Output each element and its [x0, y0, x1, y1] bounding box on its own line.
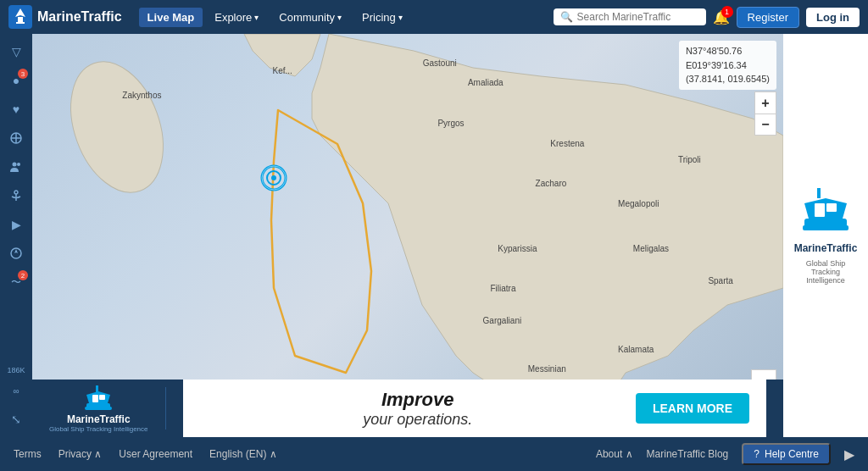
filter-icon[interactable]: ▽ [3, 39, 29, 64]
label-tripoli: Tripoli [678, 155, 701, 164]
layers-icon[interactable] [3, 125, 29, 151]
nav-links: Live Map Explore ▾ Community ▾ Pricing ▾ [139, 8, 554, 27]
anchor-icon[interactable] [3, 183, 29, 208]
help-icon: ? [754, 448, 760, 460]
brand-title: MarineTraffic [794, 242, 858, 254]
label-meligalas: Meligalas [633, 244, 669, 253]
zoom-in-button[interactable]: + [754, 91, 776, 114]
help-label: Help Centre [765, 448, 819, 460]
banner-content: Improve your operations. LEARN MORE [183, 380, 766, 437]
svg-rect-22 [815, 203, 825, 217]
coord-decimal: (37.8141, 019.6545) [686, 72, 770, 86]
label-amaliada: Amaliada [468, 78, 504, 87]
footer-privacy[interactable]: Privacy ∧ [58, 448, 103, 460]
explore-arrow: ▾ [254, 13, 259, 22]
label-zakynthos: Zakynthos [122, 91, 161, 100]
footer-user-agreement[interactable]: User Agreement [119, 448, 192, 460]
search-icon: 🔍 [560, 11, 573, 23]
map-background: Gastouni Zakynthos Amaliada Pyrgos Krest… [32, 34, 783, 437]
label-gargaliani: Gargaliani [483, 316, 522, 325]
svg-point-7 [17, 163, 20, 166]
footer-language[interactable]: English (EN) ∧ [209, 448, 277, 460]
zoom-controls: + − [754, 91, 776, 136]
svg-rect-28 [99, 395, 105, 400]
expand-icon[interactable]: ⤡ [3, 407, 29, 432]
notification-badge: 1 [721, 6, 733, 18]
banner-logo: MarineTraffic Global Ship Tracking Intel… [49, 385, 148, 433]
svg-rect-24 [96, 385, 98, 392]
register-button[interactable]: Register [737, 7, 799, 28]
svg-rect-27 [92, 395, 98, 402]
zoom-out-button[interactable]: − [754, 114, 776, 136]
map-container[interactable]: Gastouni Zakynthos Amaliada Pyrgos Krest… [32, 34, 783, 437]
status-badge: 3 [18, 69, 28, 79]
coordinates-box: N37°48'50.76 E019°39'16.34 (37.8141, 019… [679, 41, 776, 90]
notifications-button[interactable]: 🔔 1 [713, 9, 730, 25]
nav-explore[interactable]: Explore ▾ [206, 8, 267, 27]
svg-point-8 [14, 191, 18, 194]
navbar-right: 🔍 🔔 1 Register Log in [554, 7, 860, 28]
svg-rect-23 [826, 203, 837, 212]
label-kyparissia: Kyparissia [498, 244, 537, 253]
community-arrow: ▾ [337, 13, 342, 22]
footer-terms[interactable]: Terms [14, 448, 42, 460]
label-megalopoli: Megalopoli [618, 199, 659, 208]
banner: MarineTraffic Global Ship Tracking Intel… [32, 380, 783, 437]
learn-more-button[interactable]: LEARN MORE [636, 393, 749, 424]
right-panel: MarineTraffic Global Ship Tracking Intel… [783, 34, 868, 437]
footer-help-button[interactable]: ? Help Centre [742, 443, 831, 465]
logo-text: MarineTraffic [37, 9, 122, 25]
label-messinian: Messinian [528, 364, 566, 374]
zoom-icon[interactable]: ∞ [3, 378, 29, 403]
footer-about[interactable]: About ∧ [596, 448, 633, 460]
svg-rect-2 [16, 22, 25, 24]
label-gastouni: Gastouni [423, 58, 457, 68]
brand-subtitle: Global Ship Tracking Intelligence [792, 259, 860, 285]
compass-icon[interactable] [3, 241, 29, 266]
label-filiatra: Filiatra [490, 284, 515, 293]
coord-lon: E019°39'16.34 [686, 58, 770, 73]
track-badge: 2 [18, 270, 28, 280]
nav-live-map[interactable]: Live Map [139, 8, 203, 27]
brand-ship-icon [796, 186, 855, 237]
track-history-icon[interactable]: 〜 2 [3, 269, 29, 295]
navbar: MarineTraffic Live Map Explore ▾ Communi… [0, 0, 868, 34]
status-icon[interactable]: ● 3 [3, 68, 29, 93]
banner-logo-text: MarineTraffic [67, 413, 131, 425]
label-sparta: Sparta [708, 276, 732, 285]
svg-rect-21 [803, 225, 849, 230]
nav-community[interactable]: Community ▾ [270, 8, 350, 27]
map-land-svg [32, 34, 783, 437]
ship-track-overlay [32, 34, 783, 437]
play-icon[interactable]: ▶ [3, 212, 29, 237]
search-input[interactable] [577, 11, 699, 23]
banner-headline: Improve [381, 389, 454, 411]
svg-point-15 [262, 166, 286, 190]
sidebar-bottom: 186K ∞ ⤡ [3, 366, 29, 432]
pricing-arrow: ▾ [398, 13, 403, 22]
login-button[interactable]: Log in [806, 8, 860, 27]
logo[interactable]: MarineTraffic [8, 5, 122, 29]
label-pyrgos: Pyrgos [437, 119, 464, 128]
banner-divider [165, 387, 166, 429]
nav-pricing[interactable]: Pricing ▾ [353, 8, 411, 27]
ship-count: 186K [7, 366, 25, 374]
banner-subtext: your operations. [363, 411, 472, 429]
label-kalamata: Kalamata [618, 345, 654, 354]
label-krestena: Krestena [550, 139, 584, 148]
footer-right: About ∧ MarineTraffic Blog ? Help Centre… [596, 443, 854, 465]
svg-point-14 [271, 175, 276, 180]
svg-rect-19 [817, 188, 821, 198]
svg-point-13 [267, 171, 281, 185]
footer-blog[interactable]: MarineTraffic Blog [647, 448, 729, 460]
favorites-icon[interactable]: ♥ [3, 97, 29, 122]
label-kefalonia: Kef... [273, 66, 292, 75]
search-box[interactable]: 🔍 [554, 8, 706, 25]
svg-point-12 [262, 166, 286, 190]
left-sidebar: ▽ ● 3 ♥ ▶ 〜 2 186K [0, 34, 32, 437]
people-icon[interactable] [3, 154, 29, 180]
logo-icon [8, 5, 32, 29]
banner-ship-icon [81, 385, 115, 413]
brand-panel: MarineTraffic Global Ship Tracking Intel… [792, 186, 860, 285]
banner-text: Improve your operations. [200, 389, 636, 429]
